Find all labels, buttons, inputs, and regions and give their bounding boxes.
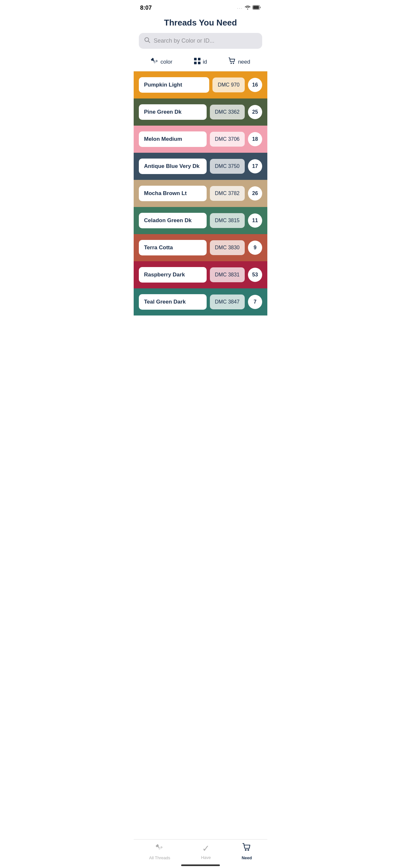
sort-tabs: color id need (134, 54, 267, 71)
thread-list: Pumpkin LightDMC 97016Pine Green DkDMC 3… (134, 71, 267, 315)
thread-row: Antique Blue Very DkDMC 375017 (134, 153, 267, 180)
thread-count-badge: 11 (248, 213, 262, 228)
search-icon (144, 37, 150, 45)
svg-point-7 (230, 63, 232, 64)
thread-list-container: Pumpkin LightDMC 97016Pine Green DkDMC 3… (134, 71, 267, 345)
thread-dmc-button[interactable]: DMC 3815 (210, 213, 245, 228)
thread-dmc-button[interactable]: DMC 3830 (210, 240, 245, 255)
thread-name-button[interactable]: Teal Green Dark (139, 294, 207, 310)
thread-name-button[interactable]: Pumpkin Light (139, 77, 209, 93)
thread-count-badge: 26 (248, 186, 262, 200)
thread-dmc-button[interactable]: DMC 3706 (210, 132, 245, 147)
wifi-icon (245, 5, 251, 11)
thread-name-button[interactable]: Terra Cotta (139, 240, 207, 255)
thread-dmc-button[interactable]: DMC 3831 (210, 268, 245, 282)
thread-count-badge: 17 (248, 159, 262, 174)
thread-name-button[interactable]: Melon Medium (139, 131, 207, 147)
svg-rect-3 (194, 58, 197, 60)
sort-tab-need-label: need (238, 59, 250, 65)
thread-dmc-button[interactable]: DMC 3362 (210, 104, 245, 120)
status-bar: 8:07 ··· (134, 0, 267, 14)
svg-rect-6 (198, 62, 201, 64)
sort-tab-need[interactable]: need (228, 57, 250, 66)
svg-point-8 (233, 63, 234, 64)
search-placeholder: Search by Color or ID... (154, 37, 214, 44)
thread-dmc-button[interactable]: DMC 3847 (210, 294, 245, 309)
thread-row: Melon MediumDMC 370618 (134, 126, 267, 153)
signal-dots: ··· (237, 5, 243, 11)
thread-row: Raspberry DarkDMC 383153 (134, 261, 267, 288)
thread-count-badge: 25 (248, 105, 262, 119)
battery-icon (252, 5, 261, 11)
thread-name-button[interactable]: Celadon Green Dk (139, 213, 207, 228)
sort-tab-color-label: color (160, 59, 173, 65)
status-time: 8:07 (140, 4, 152, 11)
id-sort-icon (194, 58, 201, 66)
svg-rect-5 (194, 62, 197, 64)
thread-row: Pine Green DkDMC 336225 (134, 98, 267, 126)
thread-dmc-button[interactable]: DMC 3750 (210, 159, 245, 174)
thread-row: Pumpkin LightDMC 97016 (134, 71, 267, 98)
svg-rect-4 (198, 58, 201, 60)
status-icons: ··· (237, 5, 261, 11)
search-container: Search by Color or ID... (134, 33, 267, 54)
thread-row: Mocha Brown LtDMC 378226 (134, 180, 267, 207)
thread-name-button[interactable]: Antique Blue Very Dk (139, 159, 207, 174)
thread-row: Celadon Green DkDMC 381511 (134, 207, 267, 234)
sort-tab-id-label: id (203, 59, 207, 65)
search-bar[interactable]: Search by Color or ID... (139, 33, 262, 49)
sort-tab-color[interactable]: color (151, 58, 173, 66)
thread-row: Teal Green DarkDMC 38477 (134, 288, 267, 315)
thread-dmc-button[interactable]: DMC 970 (212, 78, 245, 92)
thread-name-button[interactable]: Raspberry Dark (139, 267, 207, 283)
need-sort-icon (228, 57, 236, 66)
thread-name-button[interactable]: Mocha Brown Lt (139, 186, 207, 201)
thread-name-button[interactable]: Pine Green Dk (139, 104, 207, 120)
thread-dmc-button[interactable]: DMC 3782 (210, 186, 245, 201)
svg-rect-1 (253, 6, 259, 9)
sort-tab-id[interactable]: id (194, 58, 207, 66)
thread-count-badge: 7 (248, 295, 262, 309)
thread-row: Terra CottaDMC 38309 (134, 234, 267, 261)
thread-count-badge: 9 (248, 241, 262, 255)
thread-count-badge: 18 (248, 132, 262, 146)
thread-count-badge: 53 (248, 268, 262, 282)
thread-count-badge: 16 (248, 78, 262, 92)
color-sort-icon (151, 58, 158, 66)
page-title: Threads You Need (140, 18, 261, 28)
app-header: Threads You Need (134, 14, 267, 33)
